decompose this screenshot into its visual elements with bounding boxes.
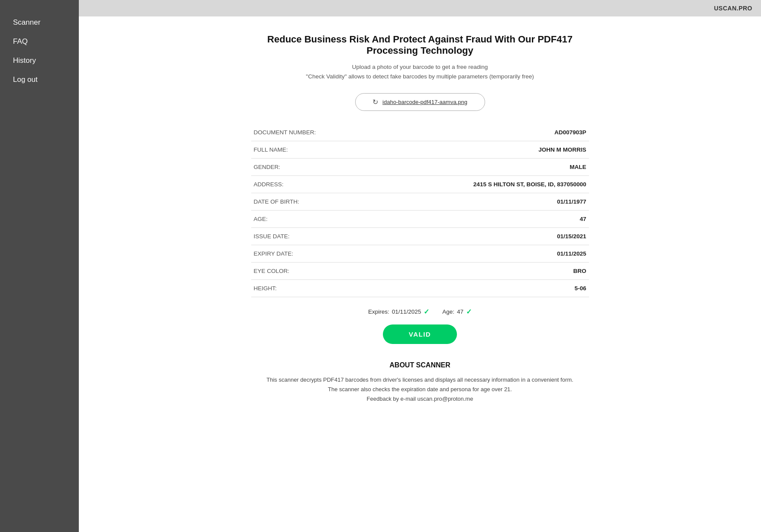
sidebar-item-scanner[interactable]: Scanner [0,13,79,32]
field-label: GENDER: [251,159,403,176]
field-label: HEIGHT: [251,280,403,297]
about-text: This scanner decrypts PDF417 barcodes fr… [251,375,589,404]
validity-row: Expires: 01/11/2025 ✓ Age: 47 ✓ [251,308,589,316]
field-value: JOHN M MORRIS [403,141,589,159]
field-value: 2415 S HILTON ST, BOISE, ID, 837050000 [403,176,589,193]
page-title: Reduce Business Risk And Protect Against… [251,34,589,56]
field-label: FULL NAME: [251,141,403,159]
field-label: ISSUE DATE: [251,228,403,245]
age-validity: Age: 47 ✓ [442,308,472,316]
table-row: EYE COLOR:BRO [251,263,589,280]
field-value: 01/11/1977 [403,193,589,211]
age-check-icon: ✓ [466,308,472,316]
file-name: idaho-barcode-pdf417-aamva.png [382,99,467,105]
age-value: 47 [457,308,463,315]
valid-button[interactable]: VALID [383,324,457,344]
file-upload-button[interactable]: ↻ idaho-barcode-pdf417-aamva.png [355,93,485,111]
field-label: DATE OF BIRTH: [251,193,403,211]
field-value: AD007903P [403,124,589,141]
sidebar-item-logout[interactable]: Log out [0,70,79,89]
table-row: ISSUE DATE:01/15/2021 [251,228,589,245]
table-row: DOCUMENT NUMBER:AD007903P [251,124,589,141]
table-row: ADDRESS:2415 S HILTON ST, BOISE, ID, 837… [251,176,589,193]
sidebar-item-history[interactable]: History [0,51,79,70]
topbar: USCAN.PRO [79,0,761,16]
expires-value: 01/11/2025 [392,308,421,315]
field-value: MALE [403,159,589,176]
field-label: AGE: [251,211,403,228]
expires-label: Expires: [368,308,389,315]
about-line: Feedback by e-mail uscan.pro@proton.me [251,394,589,404]
table-row: GENDER:MALE [251,159,589,176]
about-title: ABOUT SCANNER [251,361,589,369]
field-value: 47 [403,211,589,228]
field-value: 01/15/2021 [403,228,589,245]
field-label: DOCUMENT NUMBER: [251,124,403,141]
page-subtitle: Upload a photo of your barcode to get a … [251,62,589,81]
upload-icon: ↻ [372,98,378,106]
expires-check-icon: ✓ [424,308,429,316]
about-line: This scanner decrypts PDF417 barcodes fr… [251,375,589,385]
subtitle-line2: "Check Validity" allows to detect fake b… [306,73,534,80]
table-row: AGE:47 [251,211,589,228]
about-line: The scanner also checks the expiration d… [251,385,589,394]
field-label: EXPIRY DATE: [251,245,403,263]
table-row: HEIGHT:5-06 [251,280,589,297]
main-content: USCAN.PRO Reduce Business Risk And Prote… [79,0,761,532]
field-label: ADDRESS: [251,176,403,193]
subtitle-line1: Upload a photo of your barcode to get a … [352,64,488,70]
table-row: DATE OF BIRTH:01/11/1977 [251,193,589,211]
table-row: FULL NAME:JOHN M MORRIS [251,141,589,159]
field-value: 01/11/2025 [403,245,589,263]
table-row: EXPIRY DATE:01/11/2025 [251,245,589,263]
field-value: 5-06 [403,280,589,297]
topbar-logo: USCAN.PRO [714,5,752,12]
data-table: DOCUMENT NUMBER:AD007903PFULL NAME:JOHN … [251,124,589,297]
field-label: EYE COLOR: [251,263,403,280]
sidebar-item-faq[interactable]: FAQ [0,32,79,51]
field-value: BRO [403,263,589,280]
age-label: Age: [442,308,454,315]
expiry-validity: Expires: 01/11/2025 ✓ [368,308,429,316]
sidebar: Scanner FAQ History Log out [0,0,79,532]
